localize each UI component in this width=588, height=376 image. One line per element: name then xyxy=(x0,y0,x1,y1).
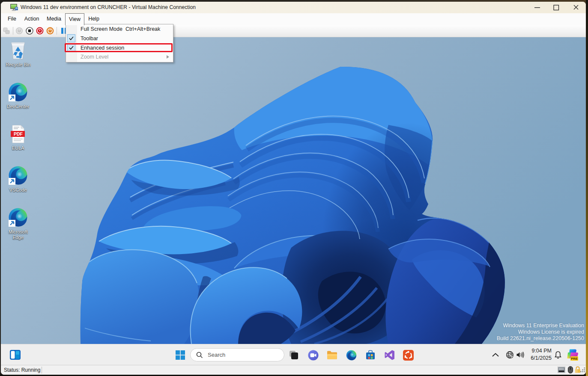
svg-text:PDF: PDF xyxy=(14,131,23,136)
svg-text:PRE: PRE xyxy=(571,357,577,361)
